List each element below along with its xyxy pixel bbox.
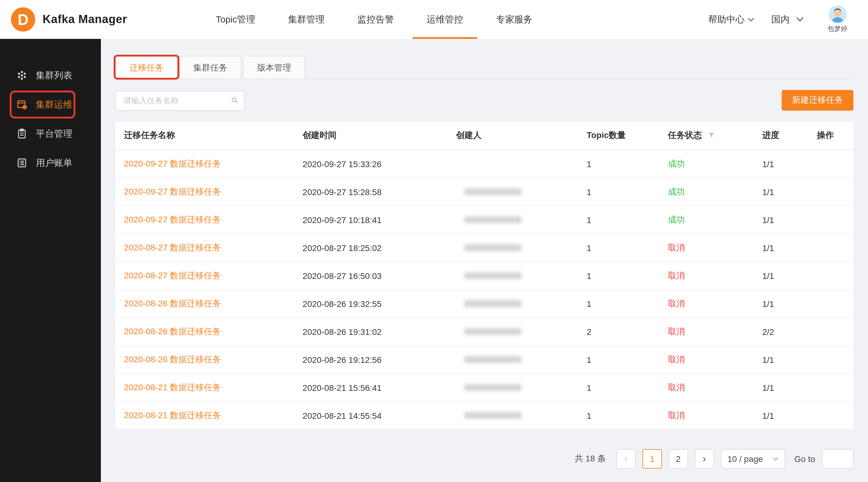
goto-page-input[interactable] [822, 449, 854, 469]
sidebar-item-cluster-ops[interactable]: 集群运维 [0, 90, 101, 119]
user-name: 包梦婷 [828, 24, 848, 33]
task-name-link[interactable]: 2020-08-21 数据迁移任务 [124, 410, 221, 420]
nav-ops-control[interactable]: 运维管控 [410, 0, 479, 39]
sidebar-item-label: 用户账单 [36, 157, 72, 169]
task-operation [808, 401, 854, 429]
table-row: 2020-09-27 数据迁移任务 2020-09-27 15:28:58 1 … [116, 178, 854, 206]
nav-expert-service[interactable]: 专家服务 [479, 0, 549, 39]
task-status-badge: 取消 [668, 242, 685, 252]
table-row: 2020-08-26 数据迁移任务 2020-08-26 19:31:02 2 … [116, 318, 854, 346]
region-label: 国内 [771, 14, 789, 25]
task-name-link[interactable]: 2020-08-26 数据迁移任务 [124, 354, 221, 364]
task-name-link[interactable]: 2020-08-21 数据迁移任务 [124, 382, 221, 392]
tab-cluster-tasks[interactable]: 集群任务 [179, 56, 241, 78]
task-topic-count: 2 [578, 318, 659, 346]
table-row: 2020-08-27 数据迁移任务 2020-08-27 16:50:03 1 … [116, 262, 854, 290]
col-creator: 创建人 [448, 122, 578, 150]
task-progress: 1/1 [754, 346, 808, 374]
task-created-time: 2020-09-27 15:33:26 [294, 150, 448, 178]
search-icon [231, 96, 238, 104]
task-name-link[interactable]: 2020-09-27 数据迁移任务 [124, 186, 221, 196]
clipboard-icon [17, 128, 27, 139]
task-name-link[interactable]: 2020-08-27 数据迁移任务 [124, 242, 221, 252]
new-migration-task-button[interactable]: 新建迁移任务 [782, 90, 854, 110]
tab-version-management[interactable]: 版本管理 [243, 56, 305, 78]
sidebar-item-user-billing[interactable]: 用户账单 [0, 148, 101, 178]
task-name-link[interactable]: 2020-09-27 数据迁移任务 [124, 158, 221, 168]
task-created-time: 2020-08-21 15:56:41 [294, 374, 448, 401]
table-row: 2020-08-26 数据迁移任务 2020-08-26 19:32:55 1 … [116, 290, 854, 318]
tab-migration-tasks[interactable]: 迁移任务 [116, 56, 178, 78]
table-header-row: 迁移任务名称 创建时间 创建人 Topic数量 任务状态 进度 操作 [116, 122, 854, 150]
chevron-down-icon [773, 457, 779, 461]
task-progress: 1/1 [754, 262, 808, 290]
sidebar-item-platform-management[interactable]: 平台管理 [0, 119, 101, 148]
page-size-select[interactable]: 10 / page [721, 449, 785, 469]
next-page-button[interactable]: › [695, 449, 714, 469]
task-created-time: 2020-08-26 19:32:55 [294, 290, 448, 318]
task-topic-count: 1 [578, 262, 659, 290]
pagination: 共 18 条 ‹ 1 2 › 10 / page Go to [116, 449, 854, 469]
task-status-badge: 取消 [668, 382, 685, 392]
task-name-link[interactable]: 2020-08-26 数据迁移任务 [124, 326, 221, 336]
nav-monitoring-alerts[interactable]: 监控告警 [341, 0, 410, 39]
goto-label: Go to [795, 454, 815, 464]
table-row: 2020-08-27 数据迁移任务 2020-08-27 18:25:02 1 … [116, 234, 854, 262]
task-created-time: 2020-09-27 15:28:58 [294, 178, 448, 206]
table-row: 2020-09-27 数据迁移任务 2020-09-27 10:18:41 1 … [116, 206, 854, 234]
task-progress: 1/1 [754, 401, 808, 429]
task-status-badge: 成功 [668, 214, 685, 224]
nav-topic-management[interactable]: Topic管理 [199, 0, 272, 39]
region-select[interactable]: 国内 [771, 14, 804, 25]
help-center-menu[interactable]: 帮助中心 [708, 14, 754, 25]
task-created-time: 2020-08-26 19:31:02 [294, 318, 448, 346]
task-creator [465, 300, 522, 307]
task-created-time: 2020-08-26 19:12:56 [294, 346, 448, 374]
col-task-name: 迁移任务名称 [116, 122, 294, 150]
sidebar-item-label: 集群运维 [36, 99, 72, 110]
task-created-time: 2020-08-27 18:25:02 [294, 234, 448, 262]
page-button-2[interactable]: 2 [669, 449, 688, 469]
main-nav: Topic管理 集群管理 监控告警 运维管控 专家服务 [199, 0, 549, 39]
prev-page-button[interactable]: ‹ [616, 449, 636, 469]
task-name-link[interactable]: 2020-09-27 数据迁移任务 [124, 214, 221, 224]
chevron-down-icon [748, 17, 754, 22]
avatar [829, 5, 847, 24]
main-content: 迁移任务 集群任务 版本管理 新建迁移任务 [101, 39, 868, 482]
task-created-time: 2020-08-21 14:55:54 [294, 401, 448, 429]
tab-label: 版本管理 [257, 63, 291, 72]
task-operation [808, 234, 854, 262]
brand: D Kafka Manager [0, 7, 157, 32]
user-menu[interactable]: 包梦婷 [820, 5, 855, 33]
col-task-status: 任务状态 [659, 122, 754, 150]
task-status-badge: 取消 [668, 410, 685, 420]
task-status-badge: 成功 [668, 186, 685, 196]
cluster-list-icon [17, 70, 27, 81]
pagination-total: 共 18 条 [575, 453, 606, 464]
task-table-body: 2020-09-27 数据迁移任务 2020-09-27 15:33:26 1 … [116, 150, 854, 429]
cluster-ops-icon [17, 99, 27, 110]
task-name-link[interactable]: 2020-08-26 数据迁移任务 [124, 298, 221, 308]
col-progress: 进度 [754, 122, 808, 150]
task-progress: 1/1 [754, 206, 808, 234]
task-status-badge: 取消 [668, 326, 685, 336]
task-status-badge: 取消 [668, 354, 685, 364]
nav-cluster-management[interactable]: 集群管理 [272, 0, 341, 39]
table-row: 2020-09-27 数据迁移任务 2020-09-27 15:33:26 1 … [116, 150, 854, 178]
top-header: D Kafka Manager Topic管理 集群管理 监控告警 运维管控 专… [0, 0, 868, 39]
tab-bar: 迁移任务 集群任务 版本管理 [116, 56, 854, 79]
task-creator [465, 328, 522, 334]
task-operation [808, 346, 854, 374]
sidebar-item-cluster-list[interactable]: 集群列表 [0, 61, 101, 90]
task-status-badge: 成功 [668, 158, 685, 168]
task-name-link[interactable]: 2020-08-27 数据迁移任务 [124, 270, 221, 280]
task-operation [808, 374, 854, 401]
task-topic-count: 1 [578, 178, 659, 206]
task-topic-count: 1 [578, 150, 659, 178]
page-button-1[interactable]: 1 [643, 449, 662, 469]
sidebar-item-label: 平台管理 [36, 128, 72, 139]
table-row: 2020-08-26 数据迁移任务 2020-08-26 19:12:56 1 … [116, 346, 854, 374]
filter-icon[interactable] [708, 132, 715, 138]
task-creator [465, 244, 522, 251]
search-input[interactable] [122, 95, 231, 105]
